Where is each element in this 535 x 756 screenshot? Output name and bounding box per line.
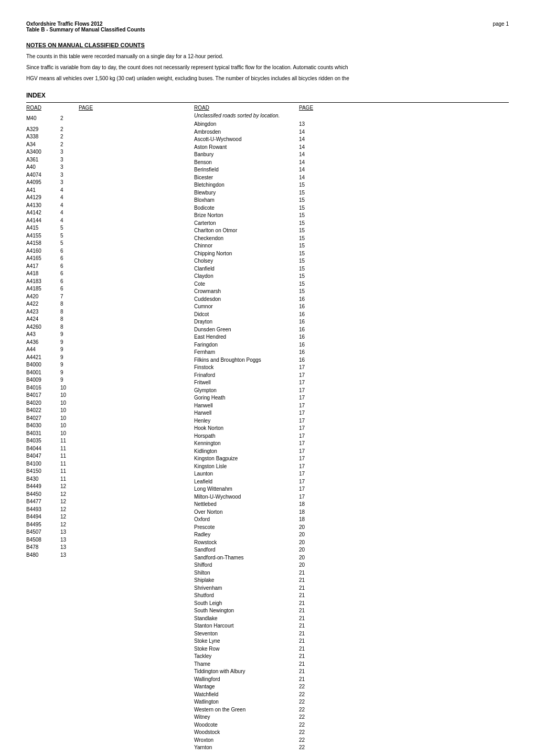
list-item: Cuddesdon16 bbox=[194, 296, 509, 304]
list-item: Faringdon16 bbox=[194, 341, 509, 349]
road-cell: Radley bbox=[194, 531, 299, 539]
page-cell: 16 bbox=[299, 349, 315, 357]
road-cell: Cuddesdon bbox=[194, 296, 299, 304]
page-cell: 13 bbox=[60, 552, 79, 559]
page-cell: 22 bbox=[299, 706, 315, 714]
page-cell: 21 bbox=[299, 630, 315, 638]
road-cell: B4009 bbox=[26, 376, 60, 384]
page-cell: 20 bbox=[299, 524, 315, 532]
page-cell: 15 bbox=[299, 273, 315, 280]
list-item: A42608 bbox=[26, 323, 184, 331]
road-cell: A338 bbox=[26, 133, 60, 141]
road-cell: A4074 bbox=[26, 171, 60, 179]
road-cell: Cholsey bbox=[194, 257, 299, 265]
road-header-left: ROAD bbox=[26, 105, 58, 111]
page-cell: 12 bbox=[60, 498, 79, 506]
road-cell: A34 bbox=[26, 141, 60, 149]
list-item: Wallingford21 bbox=[194, 676, 509, 684]
page-cell: 4 bbox=[60, 194, 79, 202]
page-cell: 6 bbox=[60, 270, 79, 278]
road-cell: A415 bbox=[26, 224, 60, 232]
list-item: B445012 bbox=[26, 491, 184, 499]
page-cell: 14 bbox=[299, 166, 315, 174]
page-cell: 21 bbox=[299, 638, 315, 645]
road-cell: Banbury bbox=[194, 151, 299, 159]
list-item: B404711 bbox=[26, 452, 184, 460]
road-cell: Chinnor bbox=[194, 242, 299, 250]
page-cell: 10 bbox=[60, 415, 79, 423]
page-cell: 17 bbox=[299, 417, 315, 425]
road-cell: B4020 bbox=[26, 399, 60, 407]
road-cell: Yarnton bbox=[194, 744, 299, 752]
list-item: A4207 bbox=[26, 293, 184, 301]
page-cell: 9 bbox=[60, 331, 79, 339]
road-cell: A4421 bbox=[26, 354, 60, 362]
page-cell: 13 bbox=[60, 536, 79, 544]
page-cell: 14 bbox=[299, 136, 315, 144]
road-cell: A4260 bbox=[26, 323, 60, 331]
road-cell: Charlton on Otmor bbox=[194, 227, 299, 235]
road-cell: A418 bbox=[26, 270, 60, 278]
list-item: A41294 bbox=[26, 194, 184, 202]
list-item: B40019 bbox=[26, 369, 184, 377]
list-item: Shiplake21 bbox=[194, 577, 509, 585]
page-cell: 21 bbox=[299, 607, 315, 615]
list-item: Watlington22 bbox=[194, 698, 509, 706]
road-cell: B4044 bbox=[26, 445, 60, 453]
list-item: Over Norton18 bbox=[194, 509, 509, 516]
list-item: Thame21 bbox=[194, 661, 509, 668]
road-cell: Tiddington with Albury bbox=[194, 668, 299, 676]
page-cell: 4 bbox=[60, 217, 79, 225]
road-cell: Ascott-U-Wychwood bbox=[194, 136, 299, 144]
road-cell: Aston Rowant bbox=[194, 144, 299, 152]
road-cell: Oxford bbox=[194, 516, 299, 524]
road-cell: Western on the Green bbox=[194, 706, 299, 714]
list-item: B450713 bbox=[26, 528, 184, 536]
page-cell: 16 bbox=[299, 357, 315, 364]
road-cell: Drayton bbox=[194, 318, 299, 326]
page-cell: 22 bbox=[299, 721, 315, 729]
road-cell: A422 bbox=[26, 300, 60, 308]
report-subtitle: Table B - Summary of Manual Classified C… bbox=[26, 27, 145, 33]
right-roads-list: Abingdon13Ambrosden14Ascott-U-Wychwood14… bbox=[194, 121, 509, 752]
page-cell: 8 bbox=[60, 316, 79, 323]
road-cell: A44 bbox=[26, 346, 60, 354]
notes-line-2: Since traffic is variable from day to da… bbox=[26, 63, 509, 71]
list-item: Harwell17 bbox=[194, 409, 509, 417]
road-cell: B4017 bbox=[26, 392, 60, 399]
road-cell: A3400 bbox=[26, 148, 60, 156]
list-item: Steventon21 bbox=[194, 630, 509, 638]
road-cell: Shifford bbox=[194, 561, 299, 569]
page-cell: 12 bbox=[60, 506, 79, 514]
page-cell: 15 bbox=[299, 189, 315, 197]
list-item: Brize Norton15 bbox=[194, 212, 509, 220]
list-item: Kidlington17 bbox=[194, 448, 509, 456]
road-cell: Filkins and Broughton Poggs bbox=[194, 357, 299, 364]
page-cell: 12 bbox=[60, 483, 79, 491]
page-cell: 16 bbox=[299, 318, 315, 326]
road-cell: Bletchingdon bbox=[194, 181, 299, 189]
list-item: Cumnor16 bbox=[194, 303, 509, 311]
page-cell: 17 bbox=[299, 448, 315, 456]
page-cell: 16 bbox=[299, 341, 315, 349]
page-cell: 20 bbox=[299, 531, 315, 539]
road-cell: Abingdon bbox=[194, 121, 299, 128]
road-cell: Thame bbox=[194, 661, 299, 668]
page-cell: 10 bbox=[60, 430, 79, 438]
page-cell: 3 bbox=[60, 148, 79, 156]
road-cell: Goring Heath bbox=[194, 394, 299, 402]
page-cell: 9 bbox=[60, 346, 79, 354]
road-cell: A329 bbox=[26, 126, 60, 134]
page-cell: 21 bbox=[299, 676, 315, 684]
page-cell: 16 bbox=[299, 311, 315, 319]
list-item: A41304 bbox=[26, 202, 184, 210]
road-cell: Witney bbox=[194, 714, 299, 721]
page-cell: 2 bbox=[60, 126, 79, 134]
page-cell: 10 bbox=[60, 422, 79, 430]
page-cell: 6 bbox=[60, 255, 79, 263]
road-cell: A4183 bbox=[26, 278, 60, 286]
road-cell: B4494 bbox=[26, 513, 60, 521]
road-cell: B478 bbox=[26, 544, 60, 552]
page-cell: 22 bbox=[299, 698, 315, 706]
road-cell: Stanton Harcourt bbox=[194, 622, 299, 630]
